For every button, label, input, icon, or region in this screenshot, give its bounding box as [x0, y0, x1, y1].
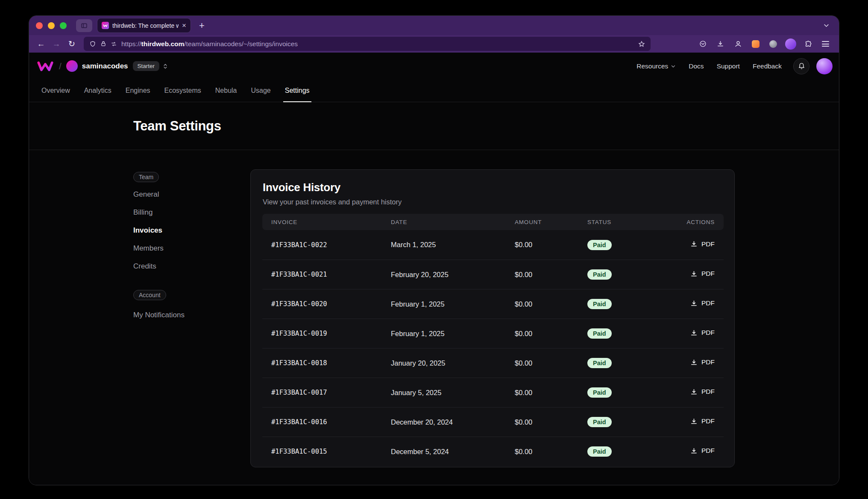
table-row: #1F33BA1C-0017 January 5, 2025 $0.00 Pai…: [262, 378, 724, 407]
profile-avatar-icon[interactable]: [783, 37, 798, 51]
sidebar-item-my-notifications[interactable]: My Notifications: [133, 310, 250, 320]
invoice-id: #1F33BA1C-0022: [262, 230, 382, 260]
toolbar-icons: [695, 37, 833, 51]
reload-button[interactable]: ↻: [64, 39, 79, 49]
col-date: DATE: [382, 214, 506, 230]
invoice-id: #1F33BA1C-0019: [262, 319, 382, 348]
tab-analytics[interactable]: Analytics: [84, 80, 111, 102]
invoice-date: January 20, 2025: [382, 348, 506, 378]
firefox-view-button[interactable]: [76, 19, 92, 32]
download-icon: [690, 418, 698, 425]
lock-icon[interactable]: [100, 41, 106, 47]
forward-button[interactable]: →: [49, 39, 64, 49]
status-badge: Paid: [587, 446, 612, 457]
minimize-window-button[interactable]: [48, 22, 55, 29]
sidebar-item-invoices[interactable]: Invoices: [133, 226, 250, 235]
download-pdf-button[interactable]: PDF: [690, 240, 715, 248]
browser-tab[interactable]: thirdweb: The complete web3 d ×: [97, 18, 191, 32]
download-icon: [690, 359, 698, 366]
tab-ecosystems[interactable]: Ecosystems: [164, 80, 201, 102]
user-avatar[interactable]: [816, 58, 833, 74]
sidebar-item-general[interactable]: General: [133, 190, 250, 199]
card-subtitle: View your past invoices and payment hist…: [263, 198, 722, 206]
download-pdf-button[interactable]: PDF: [690, 447, 715, 455]
tab-settings[interactable]: Settings: [285, 80, 310, 102]
pocket-icon[interactable]: [695, 37, 710, 51]
table-row: #1F33BA1C-0019 February 1, 2025 $0.00 Pa…: [262, 319, 724, 348]
invoice-amount: $0.00: [506, 260, 578, 289]
invoice-date: December 5, 2024: [382, 437, 506, 466]
settings-content: Team General Billing Invoices Members Cr…: [29, 150, 839, 467]
download-pdf-button[interactable]: PDF: [690, 358, 715, 366]
site-header: / saminacodes Starter Resources Docs Sup…: [29, 53, 839, 80]
page-title: Team Settings: [133, 118, 735, 134]
browser-window: thirdweb: The complete web3 d × + ← → ↻ …: [29, 15, 839, 485]
address-bar[interactable]: https://thirdweb.com/team/saminacodes/~/…: [84, 37, 651, 51]
download-pdf-button[interactable]: PDF: [690, 270, 715, 278]
extensions-puzzle-icon[interactable]: [801, 37, 815, 51]
table-row: #1F33BA1C-0021 February 20, 2025 $0.00 P…: [262, 260, 724, 289]
col-amount: AMOUNT: [506, 214, 578, 230]
table-row: #1F33BA1C-0020 February 1, 2025 $0.00 Pa…: [262, 289, 724, 319]
invoice-id: #1F33BA1C-0018: [262, 348, 382, 378]
tab-list-chevron-icon[interactable]: [821, 20, 832, 31]
back-button[interactable]: ←: [33, 39, 49, 49]
tab-usage[interactable]: Usage: [251, 80, 271, 102]
status-badge: Paid: [587, 358, 612, 368]
download-icon: [690, 270, 698, 278]
tab-engines[interactable]: Engines: [126, 80, 150, 102]
bookmark-star-icon[interactable]: [638, 41, 645, 47]
resources-menu[interactable]: Resources: [636, 62, 676, 70]
invoice-amount: $0.00: [506, 378, 578, 407]
table-row: #1F33BA1C-0018 January 20, 2025 $0.00 Pa…: [262, 348, 724, 378]
browser-tab-strip: thirdweb: The complete web3 d × +: [29, 16, 839, 35]
downloads-icon[interactable]: [713, 37, 728, 51]
notifications-button[interactable]: [793, 58, 809, 74]
page-action-arrows-icon[interactable]: [111, 41, 117, 47]
invoice-date: February 1, 2025: [382, 319, 506, 348]
resources-label: Resources: [636, 62, 668, 70]
tab-overview[interactable]: Overview: [41, 80, 70, 102]
team-name[interactable]: saminacodes: [82, 62, 128, 71]
sidebar-item-billing[interactable]: Billing: [133, 208, 250, 217]
chevron-down-icon: [671, 64, 676, 69]
sidebar-item-credits[interactable]: Credits: [133, 262, 250, 271]
url-domain: thirdweb.com: [141, 40, 185, 47]
download-pdf-button[interactable]: PDF: [690, 417, 715, 425]
thirdweb-logo-icon[interactable]: [36, 60, 54, 72]
tracking-protection-shield-icon[interactable]: [89, 41, 96, 47]
invoice-amount: $0.00: [506, 407, 578, 437]
extension-icon-gray[interactable]: [765, 37, 780, 51]
invoice-amount: $0.00: [506, 319, 578, 348]
invoice-amount: $0.00: [506, 437, 578, 466]
tab-nebula[interactable]: Nebula: [215, 80, 237, 102]
new-tab-button[interactable]: +: [199, 21, 205, 30]
download-icon: [690, 388, 698, 396]
url-scheme: https://: [121, 40, 141, 47]
table-row: #1F33BA1C-0016 December 20, 2024 $0.00 P…: [262, 407, 724, 437]
account-icon[interactable]: [730, 37, 745, 51]
settings-sidebar: Team General Billing Invoices Members Cr…: [133, 169, 250, 328]
extension-icon-orange[interactable]: [748, 37, 763, 51]
tab-close-icon[interactable]: ×: [182, 22, 186, 29]
feedback-link[interactable]: Feedback: [753, 62, 782, 70]
pdf-label: PDF: [701, 270, 715, 278]
zoom-window-button[interactable]: [60, 22, 67, 29]
download-pdf-button[interactable]: PDF: [690, 299, 715, 307]
status-badge: Paid: [587, 240, 612, 250]
download-pdf-button[interactable]: PDF: [690, 329, 715, 337]
invoice-id: #1F33BA1C-0021: [262, 260, 382, 289]
status-badge: Paid: [587, 328, 612, 339]
download-pdf-button[interactable]: PDF: [690, 388, 715, 396]
invoice-amount: $0.00: [506, 348, 578, 378]
pdf-label: PDF: [701, 358, 715, 366]
close-window-button[interactable]: [36, 22, 43, 29]
dashboard-tabs: Overview Analytics Engines Ecosystems Ne…: [29, 80, 839, 102]
menu-hamburger-icon[interactable]: [818, 37, 833, 51]
support-link[interactable]: Support: [717, 62, 740, 70]
docs-link[interactable]: Docs: [689, 62, 704, 70]
sidebar-item-members[interactable]: Members: [133, 244, 250, 253]
download-icon: [690, 240, 698, 248]
invoice-id: #1F33BA1C-0015: [262, 437, 382, 466]
team-switcher-chevrons-icon[interactable]: [162, 63, 168, 70]
